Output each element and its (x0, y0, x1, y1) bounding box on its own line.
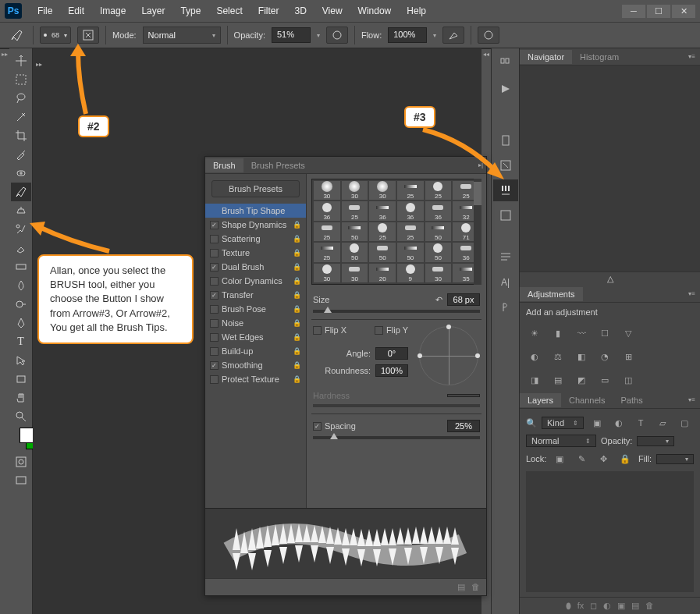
close-button[interactable]: ✕ (672, 5, 695, 18)
curves-icon[interactable]: 〰 (573, 326, 590, 340)
hand-tool[interactable] (11, 389, 31, 407)
adjustment-layer-icon[interactable]: ◐ (603, 601, 611, 611)
bw-icon[interactable]: ◧ (573, 350, 590, 364)
brush-tip-cell[interactable]: 25 (397, 222, 424, 241)
pen-tool[interactable] (11, 314, 31, 332)
panel-brush-presets-icon[interactable] (493, 204, 518, 226)
minimize-button[interactable]: ─ (622, 5, 645, 18)
channel-mixer-icon[interactable]: ⊞ (620, 350, 637, 364)
brush-tip-cell[interactable]: 25 (369, 222, 396, 241)
path-selection-tool[interactable] (11, 351, 31, 370)
brush-option-noise[interactable]: Noise🔒 (205, 316, 306, 330)
brush-option-wet-edges[interactable]: Wet Edges🔒 (205, 330, 306, 344)
filter-pixel-icon[interactable]: ▣ (588, 416, 606, 430)
menu-file[interactable]: File (30, 5, 60, 16)
menu-3d[interactable]: 3D (286, 5, 314, 16)
panel-menu-icon[interactable]: ▾≡ (688, 290, 700, 297)
airbrush-toggle[interactable] (442, 27, 464, 44)
lasso-tool[interactable] (11, 89, 31, 108)
new-brush-icon[interactable]: ▤ (457, 582, 465, 592)
menu-type[interactable]: Type (172, 5, 208, 16)
marquee-tool[interactable] (11, 70, 31, 89)
panel-history-icon[interactable] (493, 53, 518, 75)
filter-type-icon[interactable]: T (632, 416, 649, 430)
panel-paragraph-icon[interactable] (493, 247, 518, 268)
move-tool[interactable] (11, 51, 31, 70)
brush-presets-button[interactable]: Brush Presets (211, 180, 300, 197)
panel-info-icon[interactable] (493, 154, 518, 176)
tablet-pressure-toggle[interactable] (478, 27, 499, 44)
brush-tip-shape-option[interactable]: Brush Tip Shape (205, 204, 306, 218)
lock-position-icon[interactable]: ✥ (595, 452, 612, 466)
brush-tip-cell[interactable]: 36 (314, 201, 340, 220)
magic-wand-tool[interactable] (11, 108, 31, 126)
brush-tip-cell[interactable]: 36 (369, 201, 396, 220)
panel-properties-icon[interactable] (493, 130, 518, 151)
blend-mode-dropdown[interactable]: Normal⇕ (526, 435, 596, 447)
resize-handle-icon[interactable]: △ (607, 274, 613, 284)
gradient-tool[interactable] (11, 257, 31, 276)
exposure-icon[interactable]: ☐ (596, 326, 613, 340)
angle-field[interactable]: 0° (375, 347, 408, 360)
brush-grid-scrollbar[interactable] (474, 179, 481, 285)
eyedropper-tool[interactable] (11, 145, 31, 164)
layer-style-icon[interactable]: fx (577, 601, 585, 611)
reset-size-icon[interactable]: ↶ (435, 295, 442, 305)
menu-image[interactable]: Image (92, 5, 133, 16)
brush-option-dual-brush[interactable]: ✓Dual Brush🔒 (205, 260, 306, 274)
menu-view[interactable]: View (314, 5, 350, 16)
brush-tip-grid[interactable]: 3030302525253625363636322550252550712550… (311, 179, 481, 285)
brush-tip-cell[interactable]: 25 (425, 181, 452, 200)
zoom-tool[interactable] (11, 407, 31, 426)
filter-shape-icon[interactable]: ▱ (654, 416, 671, 430)
spacing-field[interactable]: 25% (447, 420, 480, 432)
history-brush-tool[interactable] (11, 220, 31, 239)
quick-mask-toggle[interactable] (11, 453, 31, 471)
brush-tip-cell[interactable]: 36 (425, 201, 452, 220)
roundness-field[interactable]: 100% (375, 364, 408, 377)
size-slider[interactable] (313, 310, 480, 313)
brush-option-brush-pose[interactable]: Brush Pose🔒 (205, 302, 306, 316)
left-gutter[interactable]: ▸▸ (0, 48, 9, 614)
hue-icon[interactable]: ◐ (526, 350, 543, 364)
layer-opacity-field[interactable]: ▾ (637, 436, 674, 446)
brush-option-texture[interactable]: Texture🔒 (205, 246, 306, 260)
maximize-button[interactable]: ☐ (647, 5, 670, 18)
levels-icon[interactable]: ▮ (549, 326, 567, 340)
dodge-tool[interactable] (11, 295, 31, 314)
panel-menu-icon[interactable]: ▾≡ (688, 53, 700, 60)
clone-stamp-tool[interactable] (11, 201, 31, 220)
angle-widget[interactable] (419, 326, 478, 385)
blur-tool[interactable] (11, 276, 31, 295)
brush-tip-cell[interactable]: 25 (397, 181, 424, 200)
brush-tip-cell[interactable]: 30 (369, 181, 396, 200)
lock-pixels-icon[interactable]: ✎ (573, 452, 590, 466)
brush-tip-cell[interactable]: 30 (314, 181, 340, 200)
invert-icon[interactable]: ◨ (526, 373, 543, 387)
brush-tip-cell[interactable]: 25 (314, 243, 340, 261)
layer-mask-icon[interactable]: ◻ (590, 601, 597, 611)
opacity-field[interactable]: 51% (272, 27, 311, 43)
brush-tool[interactable] (11, 183, 31, 201)
histogram-tab[interactable]: Histogram (572, 50, 627, 64)
rectangle-tool[interactable] (11, 370, 31, 389)
brush-tip-cell[interactable]: 25 (314, 222, 340, 241)
group-icon[interactable]: ▣ (617, 601, 625, 611)
panel-menu-icon[interactable]: ▸| (478, 161, 483, 169)
brush-option-protect-texture[interactable]: Protect Texture🔒 (205, 372, 306, 386)
brush-tip-cell[interactable]: 50 (342, 243, 368, 261)
panel-styles-icon[interactable] (493, 296, 518, 318)
brush-tip-cell[interactable]: 50 (425, 243, 452, 261)
new-layer-icon[interactable]: ▤ (631, 601, 639, 611)
panel-brushes-icon[interactable] (493, 179, 518, 201)
brush-panel-toggle[interactable] (77, 27, 99, 44)
brush-option-transfer[interactable]: ✓Transfer🔒 (205, 288, 306, 302)
type-tool[interactable]: T (11, 332, 31, 351)
filter-adjust-icon[interactable]: ◐ (610, 416, 627, 430)
crop-tool[interactable] (11, 126, 31, 145)
screen-mode-toggle[interactable] (11, 471, 31, 490)
filter-smart-icon[interactable]: ▢ (676, 416, 693, 430)
color-swatches[interactable] (18, 426, 24, 453)
brush-option-color-dynamics[interactable]: Color Dynamics🔒 (205, 274, 306, 288)
panel-menu-icon[interactable]: ▾≡ (688, 396, 700, 403)
